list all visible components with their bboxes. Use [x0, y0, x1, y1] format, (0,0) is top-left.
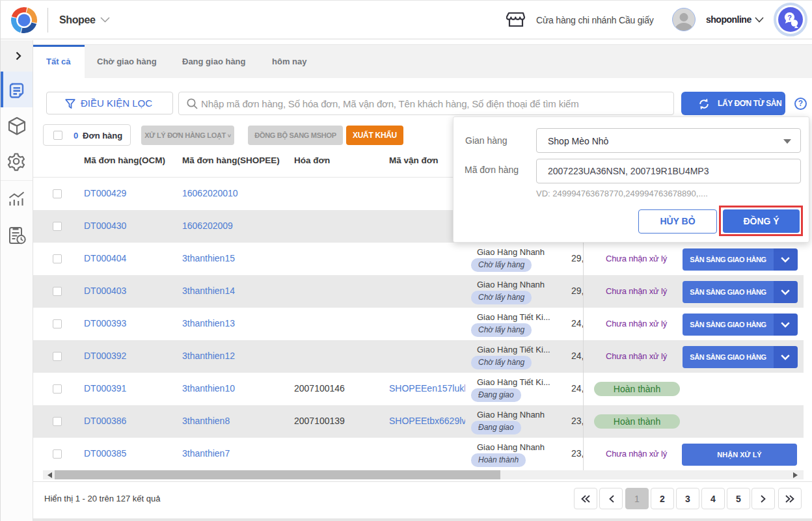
svg-text:?: ? — [787, 14, 792, 21]
